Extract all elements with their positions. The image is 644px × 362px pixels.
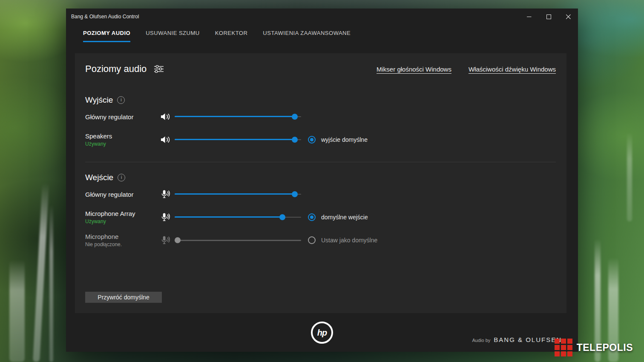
speakers-volume-slider[interactable]: [175, 137, 301, 143]
maximize-icon: [546, 14, 551, 19]
maximize-button[interactable]: [539, 9, 558, 25]
app-window: Bang & Olufsen Audio Control POZIOMY AUD…: [66, 9, 578, 352]
slider-fill: [175, 216, 285, 218]
telepolis-logo-icon: [554, 338, 573, 357]
tab-usuwanie-szumu[interactable]: USUWANIE SZUMU: [146, 30, 199, 42]
input-section-label: Wejście: [85, 173, 113, 182]
audio-by-label: Audio by: [472, 338, 490, 343]
telepolis-text: TELEPOLIS: [577, 342, 633, 353]
waterfall-streak: [9, 260, 25, 362]
levels-settings-icon[interactable]: [154, 65, 164, 73]
row-label: Speakers Używany: [85, 132, 160, 147]
page-title: Poziomy audio: [85, 63, 147, 75]
panel-body: Wyjście Główny regulator: [75, 95, 566, 252]
microphone-icon: [160, 190, 175, 199]
waterfall-streak: [49, 204, 53, 362]
panel-header: Poziomy audio Mikser głośności Windows W…: [75, 53, 566, 85]
level-row-speakers: Speakers Używany wyjś: [85, 128, 556, 151]
close-icon: [566, 14, 571, 19]
set-default-radio-group: Ustaw jako domyślne: [308, 236, 377, 244]
slider-track: [175, 240, 301, 241]
waterfall-streak: [33, 183, 49, 362]
device-status: Używany: [85, 141, 160, 147]
window-title: Bang & Olufsen Audio Control: [66, 14, 519, 20]
row-label: Microphone Nie podłączone.: [85, 233, 160, 247]
bang-olufsen-brand: Audio by BANG & OLUFSEN: [472, 336, 562, 343]
info-icon[interactable]: [117, 96, 125, 104]
row-label: Microphone Array Używany: [85, 210, 160, 224]
level-row-master-input: Główny regulator: [85, 183, 556, 206]
microphone-icon: [160, 213, 175, 222]
section-divider: [85, 162, 556, 162]
input-section-title: Wejście: [85, 172, 556, 183]
slider-fill: [175, 116, 297, 117]
default-input-radio[interactable]: [308, 213, 316, 221]
default-output-radio-group: wyjście domyślne: [308, 136, 368, 144]
radio-label: wyjście domyślne: [321, 136, 368, 143]
tab-poziomy-audio[interactable]: POZIOMY AUDIO: [83, 30, 130, 42]
level-row-master-output: Główny regulator: [85, 105, 556, 128]
minimize-icon: [527, 14, 532, 19]
microphone-array-volume-slider[interactable]: [175, 214, 301, 220]
reset-defaults-button[interactable]: Przywróć domyślne: [85, 292, 162, 303]
speaker-icon: [160, 112, 175, 121]
slider-thumb[interactable]: [175, 237, 181, 243]
info-icon[interactable]: [118, 174, 125, 181]
device-status: Używany: [85, 218, 160, 224]
window-controls: [519, 9, 578, 25]
microphone-icon: [160, 236, 175, 245]
telepolis-watermark: TELEPOLIS: [554, 338, 633, 357]
master-output-volume-slider[interactable]: [175, 114, 301, 120]
master-input-volume-slider[interactable]: [175, 191, 301, 197]
tab-ustawienia-zaawansowane[interactable]: USTAWIENIA ZAAWANSOWANE: [263, 30, 351, 42]
slider-thumb[interactable]: [292, 191, 298, 197]
speaker-icon: [160, 135, 175, 144]
level-row-microphone: Microphone Nie podłączone.: [85, 229, 556, 252]
slider-fill: [175, 193, 297, 195]
row-label: Główny regulator: [85, 191, 160, 198]
radio-label: Ustaw jako domyślne: [321, 237, 377, 244]
audio-levels-panel: Poziomy audio Mikser głośności Windows W…: [75, 53, 566, 313]
slider-thumb[interactable]: [292, 114, 298, 120]
set-default-radio[interactable]: [308, 236, 316, 244]
microphone-volume-slider[interactable]: [175, 237, 301, 243]
default-output-radio[interactable]: [308, 136, 316, 144]
header-links: Mikser głośności Windows Właściwości dźw…: [377, 66, 556, 73]
default-input-radio-group: domyślne wejście: [308, 213, 368, 221]
level-row-microphone-array: Microphone Array Używany: [85, 206, 556, 229]
tab-korektor[interactable]: KOREKTOR: [215, 30, 248, 42]
hp-logo: hp: [311, 322, 333, 344]
minimize-button[interactable]: [519, 9, 539, 25]
tab-bar: POZIOMY AUDIO USUWANIE SZUMU KOREKTOR US…: [83, 30, 351, 42]
output-section-label: Wyjście: [85, 95, 113, 105]
windows-volume-mixer-link[interactable]: Mikser głośności Windows: [377, 66, 451, 73]
device-status: Nie podłączone.: [85, 241, 160, 247]
waterfall-streak: [627, 132, 632, 221]
slider-fill: [175, 139, 297, 140]
radio-label: domyślne wejście: [321, 214, 368, 221]
titlebar[interactable]: Bang & Olufsen Audio Control: [66, 9, 578, 25]
windows-sound-properties-link[interactable]: Właściwości dźwięku Windows: [469, 66, 556, 73]
brand-name: BANG & OLUFSEN: [494, 336, 562, 343]
row-label: Główny regulator: [85, 113, 160, 121]
output-section-title: Wyjście: [85, 95, 556, 105]
close-button[interactable]: [558, 9, 578, 25]
slider-thumb[interactable]: [279, 214, 285, 220]
slider-thumb[interactable]: [292, 137, 298, 143]
